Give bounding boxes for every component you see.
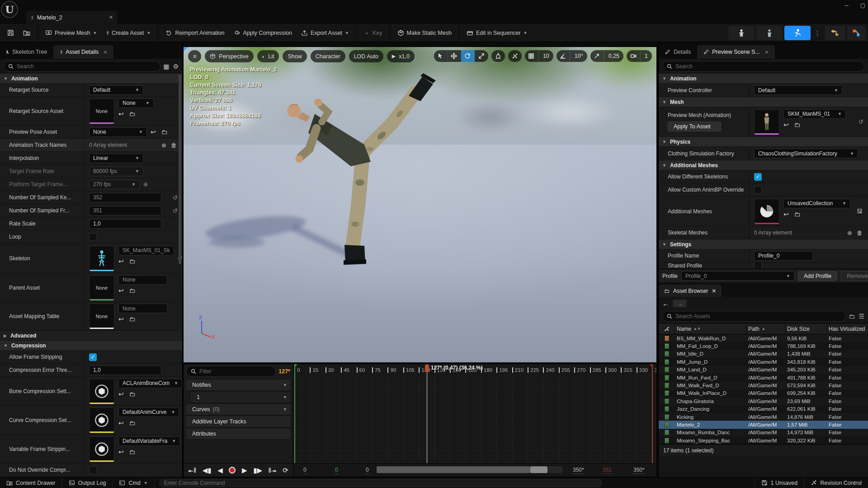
use-selected-asset-icon[interactable]: ↩ [118,419,124,427]
lod-dropdown[interactable]: LOD Auto [349,50,383,62]
tab-close-icon[interactable]: ✕ [765,50,769,55]
asset-row[interactable]: Jazz_Dancing /All/Game/M 622,061 KiB Fal… [659,405,868,413]
browse-to-asset-icon[interactable]: 🗀 [129,390,136,398]
use-selected-asset-icon[interactable]: ↩ [151,128,156,136]
add-platform-icon[interactable]: ⊕ [143,181,148,188]
settings-gear-icon[interactable]: ⚙ [173,63,179,70]
tab-asset-details[interactable]: 🯅 Asset Details ✕ [53,45,113,59]
asset-row[interactable]: BS_MM_WalkRun_D /All/Game/M 9,56 KiB Fal… [659,334,868,342]
apply-to-asset-button[interactable]: Apply To Asset [668,122,721,131]
section-physics[interactable]: ▼Physics [659,137,868,147]
asset-row[interactable]: MM_Fall_Loop_D /All/Game/M 788,169 KiB F… [659,342,868,350]
asset-row[interactable]: Kicking /All/Game/M 14,876 MiB False [659,413,868,421]
asset-row[interactable]: MM_Idle_D /All/Game/M 1,438 MiB False [659,350,868,358]
scale-snap-value[interactable]: 0,25 [604,50,623,62]
column-name[interactable]: Name▲▼ [675,324,746,334]
preview-mesh-dropdown[interactable]: SKM_ManMS_01▼ [783,109,846,119]
tab-skeleton-tree[interactable]: 🮰 Skeleton Tree [0,45,53,59]
perspective-dropdown[interactable]: Perspective [205,50,253,62]
tab-close-icon[interactable]: ✕ [104,50,107,55]
loop-checkbox[interactable] [89,233,97,241]
use-selected-asset-icon[interactable]: ↩ [118,390,124,398]
use-selected-asset-icon[interactable]: ↩ [783,211,789,218]
use-selected-asset-icon[interactable]: ↩ [118,315,124,323]
left-panel-scrollbar[interactable] [179,75,181,474]
save-button[interactable] [3,24,19,42]
delete-elements-icon[interactable]: 🗑 [171,142,177,149]
menu-item[interactable] [49,4,61,7]
scale-tool[interactable] [475,50,488,62]
retarget-source-asset-thumbnail[interactable]: None [89,99,114,124]
timeline-filter-input[interactable] [186,366,276,377]
preview-pose-asset-dropdown[interactable]: None▼ [89,127,147,137]
shared-profile-checkbox[interactable] [754,263,762,269]
record-button[interactable] [229,467,236,474]
camera-speed-value[interactable]: 1 [640,50,652,62]
preview-mesh-thumbnail[interactable] [754,109,779,135]
parent-asset-thumbnail[interactable]: None [89,275,114,300]
content-drawer-button[interactable]: Content Drawer [0,478,62,488]
reimport-animation-button[interactable]: Reimport Animation [161,24,229,42]
3d-viewport[interactable]: ≡ Perspective ◐Lit Show Character LOD Au… [183,47,657,363]
step-backward-button[interactable]: ◀▮ [203,466,212,474]
variable-frame-dropdown[interactable]: DefaultVariableFra▼ [118,436,180,446]
key-button[interactable]: ＋Key [359,24,387,42]
skeleton-thumbnail[interactable] [89,246,114,271]
rotation-snap-toggle[interactable] [557,50,570,62]
variable-frame-thumbnail[interactable] [89,436,114,462]
column-view-icon[interactable]: ▦ [163,63,169,70]
asset-row[interactable]: Mixamo_Stepping_Bac /All/Game/M 320,322 … [659,436,868,444]
section-mesh[interactable]: ▼Mesh [659,97,868,107]
show-dropdown[interactable]: Show [283,50,307,62]
filter-icon[interactable]: ☰ [859,313,864,320]
move-tool[interactable] [448,50,461,62]
asset-row[interactable]: Mixamo_Rumba_Danc /All/Game/M 14,973 MiB… [659,429,868,436]
window-maximize-button[interactable]: ▢ [860,2,865,9]
section-compression[interactable]: ▼Compression [0,341,182,351]
browse-to-asset-icon[interactable]: 🗀 [794,211,801,218]
tab-asset-browser[interactable]: 🗀 Asset Browser ✕ [659,285,722,297]
output-log-button[interactable]: Output Log [62,478,113,488]
browse-to-asset-icon[interactable]: 🗀 [129,315,136,323]
make-static-mesh-button[interactable]: Make Static Mesh [393,24,456,42]
additional-meshes-dropdown[interactable]: UnsavedCollection▼ [783,199,850,208]
asset-row[interactable]: MM_Jump_D /All/Game/M 343,818 KiB False [659,358,868,366]
playhead-knob[interactable] [425,365,429,372]
browse-to-asset-icon[interactable]: 🗀 [161,128,168,136]
play-reverse-button[interactable]: ◀ [217,466,223,474]
mode-animation-button[interactable] [784,26,811,40]
step-forward-button[interactable]: ▮▶ [253,466,262,474]
timeline-scrollbar[interactable] [377,466,562,473]
asset-row[interactable]: MM_Walk_InPlace_D /All/Game/M 699,254 Ki… [659,389,868,397]
mode-blueprint-button[interactable] [825,26,845,40]
mode-physics-button[interactable] [847,26,865,40]
preview-controller-dropdown[interactable]: Default▼ [754,85,842,95]
curve-compression-thumbnail[interactable] [89,408,114,433]
timeline-track-row[interactable]: Notifies ▼ [185,379,291,391]
select-tool[interactable] [434,50,448,62]
column-tree-icon[interactable] [659,324,675,334]
view-start-value[interactable]: 0 [366,467,369,474]
column-path[interactable]: Path▲ [746,324,785,334]
menu-item[interactable] [72,4,84,7]
coordinate-space-toggle[interactable] [491,50,505,62]
current-frame-value[interactable]: 0 [335,467,338,474]
edit-in-sequencer-button[interactable]: Edit in Sequencer▼ [462,24,532,42]
window-minimize-button[interactable]: ─ [844,2,849,9]
remove-profile-button[interactable]: Remove Profile [841,271,868,281]
tab-close-icon[interactable]: ✕ [712,288,716,294]
reset-icon[interactable]: ↺ [859,118,866,125]
camera-speed-icon[interactable] [627,50,640,62]
browse-to-asset-icon[interactable]: 🗀 [794,121,801,128]
mode-mesh-button[interactable] [756,26,783,40]
browse-to-asset-icon[interactable]: 🗀 [129,287,136,294]
allow-frame-stripping-checkbox[interactable]: ✓ [89,353,97,361]
column-has-virtualized[interactable]: Has Virtualized [827,324,868,334]
use-selected-asset-icon[interactable]: ↩ [118,110,124,117]
console-command-input[interactable]: Enter Console Command [159,479,602,487]
column-disk-size[interactable]: Disk Size [785,324,827,334]
viewport-menu-button[interactable]: ≡ [188,50,201,62]
folder-icon[interactable]: 🗀 [849,313,855,320]
allow-different-skeletons-checkbox[interactable]: ✓ [754,173,762,181]
browse-to-asset-icon[interactable]: 🗀 [129,448,136,455]
